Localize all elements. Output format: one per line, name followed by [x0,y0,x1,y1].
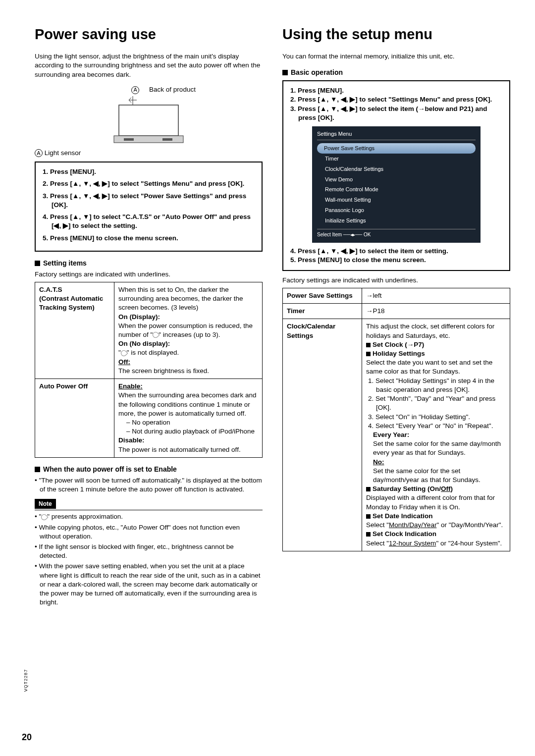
cc-ol-3: 3. Select "On" in "Holiday Setting". [368,413,506,422]
nested-sq-icon-4 [366,514,371,519]
factory-note-right: Factory settings are indicated with unde… [282,276,510,285]
pss-val: →left [362,288,510,303]
cats-desc: When this is set to On, the darker the s… [114,282,263,378]
rstep-5: 5. Press [MENU] to close the menu screen… [290,256,502,265]
right-column: Using the setup menu You can format the … [282,25,510,609]
step-4: 4. Press [▲, ▼] to select "C.A.T.S" or "… [43,213,255,230]
cc-setclock-text: Set Clock (→P7) [373,341,424,348]
svg-rect-6 [124,138,134,141]
nested-sq-icon-3 [366,487,371,491]
menu-footer: Select Item ──◂▸── OK [317,229,476,238]
cc-sat-desc: Displayed with a different color from th… [366,493,506,511]
menu-item-remote: Remote Control Mode [317,184,476,195]
back-of-product-label: Back of product [149,85,196,94]
pss-label: Power Save Settings [283,288,362,303]
left-column: Power saving use Using the light sensor,… [35,25,263,609]
intro-right: You can format the internal memory, init… [282,52,510,61]
left-steps-box: 1. Press [MENU]. 2. Press [▲, ▼, ◀, ▶] t… [35,162,263,252]
cats-on-display: On (Display): [118,313,258,322]
settings-menu-screenshot: Settings Menu Power Save Settings Timer … [312,126,481,243]
cc-ey-desc: Set the same color for the same day/mont… [373,439,506,457]
cc-date-ind-text: Set Date Indication [373,512,433,520]
menu-item-power-save: Power Save Settings [317,143,476,154]
cc-ol-4-text: Select "Every Year" or "No" in "Repeat". [375,422,493,430]
rstep-2: 2. Press [▲, ▼, ◀, ▶] to select "Setting… [290,95,502,104]
menu-item-timer: Timer [317,154,476,164]
cc-every-year: Every Year: [373,431,506,439]
enable-bullet-1: "The power will soon be turned off autom… [35,476,263,494]
cc-clock-ind-text: Set Clock Indication [373,530,436,538]
cc-p2: Select the date you want to set and set … [366,358,506,376]
note-badge: Note [35,499,56,509]
cc-holiday-text: Holiday Settings [373,350,425,357]
apo-dash2: Not during audio playback of iPod/iPhone [126,427,258,436]
nested-sq-icon-5 [366,532,371,537]
step-2: 2. Press [▲, ▼, ◀, ▶] to select "Setting… [43,179,255,188]
cc-label: Clock/Calendar Settings [283,319,362,551]
apo-p2: The power is not automatically turned of… [118,445,258,454]
cc-ol-4: 4. Select "Every Year" or "No" in "Repea… [368,422,506,431]
light-sensor-label: A Light sensor [35,149,263,158]
enable-head-text: When the auto power off is set to Enable [43,465,177,474]
cats-p4: The screen brightness is fixed. [118,367,258,376]
nested-sq-icon [366,343,371,347]
cats-off: Off: [118,358,258,367]
square-bullet-icon-3 [282,70,288,75]
cc-ol-1-text: Select "Holiday Settings" in step 4 in t… [375,377,494,393]
apo-desc: Enable: When the surrounding area become… [114,379,263,458]
cats-p2: When the power consumption is reduced, t… [118,322,258,339]
cc-sat-off: Off [441,485,451,492]
rstep-3-text: Press [▲, ▼, ◀, ▶] to select the item (→… [298,105,487,121]
note-bullets: "" presents approximation. While copying… [35,512,263,607]
cc-no: No: [373,458,506,467]
cats-p2b: " increases (up to 3). [159,331,220,338]
cc-clock-pre: Select " [366,540,389,547]
cc-ol-3-text: Select "On" in "Holiday Setting". [375,413,470,421]
svg-rect-7 [162,138,172,141]
cc-sat: Saturday Setting (On/Off) [366,485,506,493]
cc-no-desc: Set the same color for the set day/month… [373,467,506,485]
cc-desc: This adjust the clock, set different col… [362,319,510,551]
timer-val: →P18 [362,304,510,319]
cc-ol-1: 1. Select "Holiday Settings" in step 4 i… [368,377,506,394]
nested-sq-icon-2 [366,352,371,356]
light-sensor-text: Light sensor [45,149,81,157]
right-steps-box: 1. Press [MENU]. 2. Press [▲, ▼, ◀, ▶] t… [282,80,510,270]
rstep-4: 4. Press [▲, ▼, ◀, ▶] to select the item… [290,247,502,256]
right-steps-post: 4. Press [▲, ▼, ◀, ▶] to select the item… [290,247,502,265]
apo-label: Auto Power Off [35,379,114,458]
cc-ol-2: 2. Set "Month", "Day" and "Year" and pre… [368,394,506,412]
cc-date-u: Month/Day/Year [389,521,436,529]
apo-disable: Disable: [118,436,258,445]
cc-clock-post: " or "24-hour System". [436,540,502,547]
square-bullet-icon-2 [35,467,40,472]
apo-dash1: No operation [126,418,258,427]
apo-p1: When the surrounding area becomes dark a… [118,391,258,418]
two-column-layout: Power saving use Using the light sensor,… [35,25,510,609]
menu-item-init: Initialize Settings [317,216,476,226]
settings-table-right: Power Save Settings →left Timer →P18 Clo… [282,288,510,551]
section-title-right: Using the setup menu [282,25,510,44]
cc-ol: 1. Select "Holiday Settings" in step 4 i… [368,377,506,431]
menu-item-wallmount: Wall-mount Setting [317,195,476,205]
cats-p1: When this is set to On, the darker the s… [118,285,258,313]
cats-p3: "" is not displayed. [118,348,258,357]
cc-clock-u: 12-hour System [389,540,436,547]
rstep-3: 3. Press [▲, ▼, ◀, ▶] to select the item… [290,105,502,122]
cc-ol-2-text: Set "Month", "Day" and "Year" and press … [375,395,495,411]
right-steps-pre: 1. Press [MENU]. 2. Press [▲, ▼, ◀, ▶] t… [290,86,502,122]
rstep-5-text: Press [MENU] to close the menu screen. [298,256,426,264]
menu-title: Settings Menu [317,130,476,140]
rstep-4-text: Press [▲, ▼, ◀, ▶] to select the item or… [298,247,448,255]
cc-date-pre: Select " [366,521,389,529]
marker-a: A [131,86,139,94]
apo-enable: Enable: [118,382,258,391]
rstep-1: 1. Press [MENU]. [290,86,502,95]
step-3: 3. Press [▲, ▼, ◀, ▶] to select "Power S… [43,192,255,210]
cc-clock-ind: Set Clock Indication [366,530,506,539]
marker-a-inline: A [35,149,43,157]
note-b3: With the power save setting enabled, whe… [35,562,263,607]
document-code: VQT2287 [23,669,29,692]
product-back-icon [104,96,193,146]
svg-rect-0 [119,105,178,136]
